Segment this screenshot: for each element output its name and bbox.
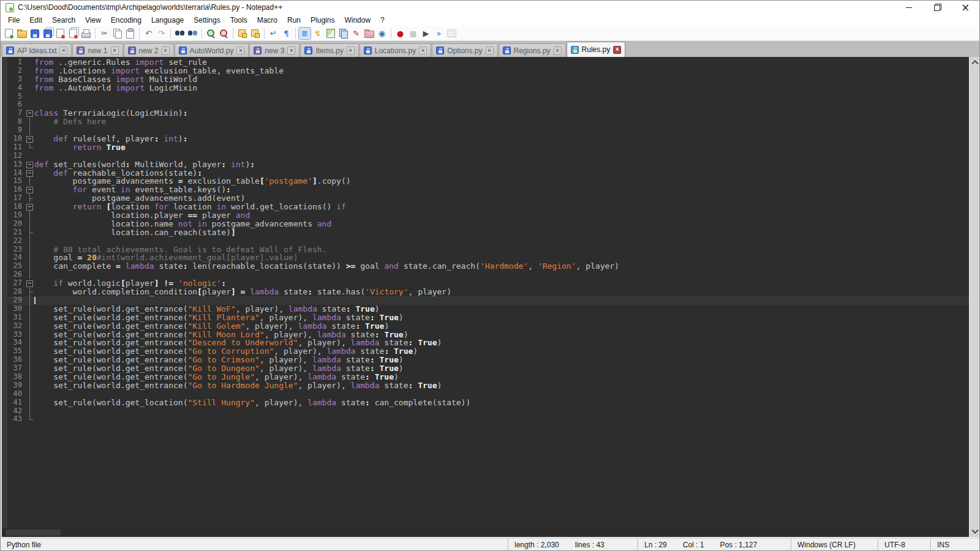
5[interactable]: 5 [7, 92, 969, 101]
menu-item[interactable]: ? [375, 15, 390, 26]
tab-close-icon[interactable] [59, 47, 67, 54]
restore-button-icon[interactable] [923, 1, 951, 14]
scroll-up-arrow-icon[interactable] [970, 57, 980, 67]
43[interactable]: 43 [7, 415, 969, 424]
fold-marker[interactable] [26, 237, 34, 246]
31[interactable]: 31 set_rule(world.get_entrance("Kill Pla… [7, 313, 969, 322]
code-text[interactable]: location.can_reach(state)] [34, 228, 969, 237]
40[interactable]: 40 [7, 390, 969, 399]
7[interactable]: 7 class TerrariaLogic(LogicMixin): [7, 109, 969, 118]
code-text[interactable]: postgame_advancements = exclusion_table[… [34, 177, 969, 186]
show-all-characters-icon[interactable]: ¶ [281, 28, 292, 39]
macro-stop-icon[interactable]: ■ [407, 28, 419, 39]
close-file-icon[interactable] [55, 28, 66, 39]
scroll-down-arrow-icon[interactable] [970, 527, 980, 537]
menu-item[interactable]: Language [146, 15, 189, 26]
tab[interactable]: new 2 [124, 43, 174, 57]
new-file-icon[interactable] [3, 28, 15, 39]
2[interactable]: 2 from .Locations import exclusion_table… [7, 67, 969, 75]
code-text[interactable] [34, 390, 969, 399]
code-text[interactable] [34, 92, 969, 101]
editor-area[interactable]: 1 from ..generic.Rules import set_rule 2… [1, 57, 979, 538]
fold-marker[interactable] [26, 143, 34, 152]
26[interactable]: 26 [7, 271, 969, 279]
35[interactable]: 35 set_rule(world.get_entrance("Go to Co… [7, 347, 969, 356]
menu-item[interactable]: Tools [225, 15, 252, 26]
14[interactable]: 14 def reachable_locations(state): [7, 169, 969, 178]
tab-close-icon[interactable] [162, 47, 170, 54]
code-text[interactable]: def rule(self, player: int): [34, 135, 969, 143]
fold-marker[interactable] [26, 152, 34, 160]
tab[interactable]: Regions.py [499, 43, 566, 57]
macro-play-icon[interactable]: ▶ [420, 28, 432, 39]
open-file-icon[interactable] [16, 28, 28, 39]
8[interactable]: 8 # Defs here [7, 118, 969, 126]
21[interactable]: 21 location.can_reach(state)] [7, 228, 969, 237]
word-wrap-icon[interactable]: ↵ [268, 28, 279, 39]
41[interactable]: 41 set_rule(world.get_location("Still Hu… [7, 399, 969, 407]
tab[interactable]: Locations.py [360, 43, 431, 57]
fold-marker[interactable] [26, 67, 34, 75]
tab-close-icon[interactable] [486, 47, 494, 54]
34[interactable]: 34 set_rule(world.get_entrance("Descend … [7, 339, 969, 347]
code-text[interactable]: class TerrariaLogic(LogicMixin): [34, 109, 969, 118]
code-text[interactable] [34, 415, 969, 424]
menu-item[interactable]: View [80, 15, 106, 26]
code-text[interactable]: def set_rules(world: MultiWorld, player:… [34, 160, 969, 169]
sync-horizontal-icon[interactable] [249, 28, 261, 39]
fold-marker[interactable] [26, 246, 34, 254]
menu-item[interactable]: File [3, 15, 24, 26]
fold-marker[interactable] [26, 288, 34, 296]
minimize-button-icon[interactable] [895, 1, 923, 14]
fold-marker[interactable] [26, 407, 34, 416]
fold-marker[interactable] [26, 279, 34, 288]
tab-close-icon[interactable] [236, 47, 244, 54]
tab[interactable]: new 3 [249, 43, 300, 57]
code-text[interactable]: set_rule(world.get_entrance("Kill Plante… [34, 313, 969, 322]
tab[interactable]: Items.py [300, 43, 358, 57]
code-text[interactable] [34, 407, 969, 416]
39[interactable]: 39 set_rule(world.get_entrance("Go to Ha… [7, 381, 969, 390]
42[interactable]: 42 [7, 407, 969, 416]
horizontal-scrollbar[interactable] [2, 528, 969, 537]
code-text[interactable] [34, 152, 969, 160]
code-text[interactable]: location.player == player and [34, 211, 969, 220]
fold-marker[interactable] [26, 322, 34, 331]
11[interactable]: 11 return True [7, 143, 969, 152]
code-text[interactable]: set_rule(world.get_entrance("Go to Corru… [34, 347, 969, 356]
macro-save-icon[interactable] [446, 28, 458, 39]
copy-icon[interactable] [111, 28, 123, 39]
code-text[interactable]: set_rule(world.get_entrance("Go to Dunge… [34, 364, 969, 373]
menu-item[interactable]: Edit [24, 15, 47, 26]
code-text[interactable] [34, 296, 969, 305]
code-view[interactable]: 1 from ..generic.Rules import set_rule 2… [7, 58, 969, 528]
29[interactable]: 29 [7, 296, 969, 305]
code-text[interactable] [34, 100, 969, 109]
code-text[interactable]: goal = 20#int(world.achievement_goal[pla… [34, 253, 969, 262]
code-text[interactable]: from ..generic.Rules import set_rule [34, 58, 969, 67]
close-window-button-icon[interactable] [951, 1, 979, 14]
code-text[interactable]: location.name not in postgame_advancemen… [34, 220, 969, 228]
horizontal-scrollbar-thumb[interactable] [6, 530, 61, 536]
fold-marker[interactable] [26, 84, 34, 92]
code-text[interactable]: set_rule(world.get_entrance("Kill WoF", … [34, 305, 969, 313]
paste-icon[interactable] [124, 28, 136, 39]
code-text[interactable]: postgame_advancements.add(event) [34, 194, 969, 203]
33[interactable]: 33 set_rule(world.get_entrance("Kill Moo… [7, 331, 969, 339]
code-text[interactable]: # Defs here [34, 118, 969, 126]
menu-item[interactable]: Encoding [106, 15, 146, 26]
27[interactable]: 27 if world.logic[player] != 'nologic': [7, 279, 969, 288]
30[interactable]: 30 set_rule(world.get_entrance("Kill WoF… [7, 305, 969, 313]
fold-marker[interactable] [26, 109, 34, 118]
fold-marker[interactable] [26, 100, 34, 109]
menu-item[interactable]: Search [47, 15, 80, 26]
code-text[interactable] [34, 126, 969, 135]
18[interactable]: 18 return [location for location in worl… [7, 203, 969, 211]
code-text[interactable]: return True [34, 143, 969, 152]
28[interactable]: 28 world.completion_condition[player] = … [7, 288, 969, 296]
code-text[interactable]: set_rule(world.get_entrance("Go to Hardm… [34, 381, 969, 390]
zoom-out-icon[interactable] [218, 28, 230, 39]
folder-as-workspace-icon[interactable] [363, 28, 375, 39]
monitoring-icon[interactable]: ◉ [376, 28, 388, 39]
menu-item[interactable]: Run [282, 15, 306, 26]
